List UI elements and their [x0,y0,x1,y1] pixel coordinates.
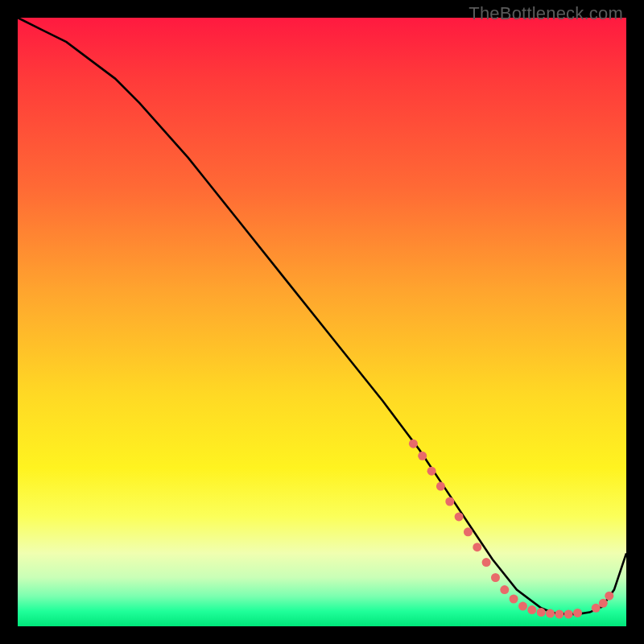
chart-svg [18,18,626,626]
marker-dot [510,595,518,604]
marker-dot [427,467,436,476]
marker-dot [605,592,613,601]
bottleneck-curve [18,18,626,614]
marker-dot [500,585,509,594]
marker-dot [445,497,454,506]
marker-dot [546,609,555,618]
marker-dot [537,608,546,617]
marker-dot [455,512,464,521]
marker-dot [482,558,491,567]
marker-dot [555,609,564,618]
marker-dot [409,440,418,448]
curve-markers [409,440,613,619]
watermark-text: TheBottleneck.com [469,3,623,24]
marker-dot [527,605,536,614]
marker-dot [564,609,573,618]
marker-dot [518,602,527,611]
marker-dot [473,543,481,551]
marker-dot [573,609,582,617]
marker-dot [464,527,473,536]
marker-dot [592,604,601,613]
chart-frame [18,18,626,626]
marker-dot [491,573,500,582]
marker-dot [436,482,445,491]
marker-dot [418,452,427,460]
marker-dot [599,599,608,608]
